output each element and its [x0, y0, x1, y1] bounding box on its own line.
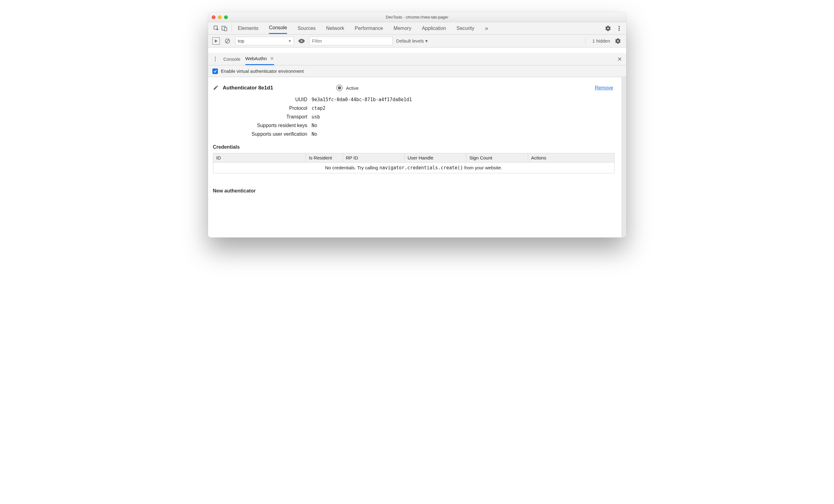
drawer-menu-icon[interactable]: [212, 57, 219, 61]
col-sign-count: Sign Count: [466, 153, 528, 163]
authenticator-header: Authenticator 8e1d1 Active Remove: [213, 85, 621, 91]
window-title: DevTools - chrome://new-tab-page/: [208, 15, 626, 19]
new-authenticator-title: New authenticator: [213, 188, 621, 194]
col-actions: Actions: [528, 153, 614, 163]
console-empty-area: [208, 47, 626, 53]
console-filter-input[interactable]: [309, 37, 393, 45]
panel-tabs: Elements Console Sources Network Perform…: [238, 22, 488, 34]
tab-security[interactable]: Security: [457, 23, 475, 33]
active-radio-group: Active: [336, 85, 359, 91]
clear-console-icon[interactable]: [223, 37, 232, 45]
empty-code: navigator.credentials.create(): [379, 165, 463, 170]
col-rp-id: RP ID: [343, 153, 404, 163]
srk-value: No: [312, 123, 317, 128]
col-is-resident: Is Resident: [306, 153, 343, 163]
credentials-table: ID Is Resident RP ID User Handle Sign Co…: [213, 153, 615, 173]
svg-line-7: [226, 40, 229, 43]
drawer-tab-console[interactable]: Console: [223, 54, 240, 65]
kebab-menu-icon[interactable]: [615, 24, 623, 32]
hidden-messages-label[interactable]: 1 hidden: [592, 38, 610, 44]
console-toolbar: top ▾ Default levels ▾ 1 hidden: [208, 35, 626, 47]
chevron-down-icon: ▾: [425, 38, 428, 44]
uuid-value: 9e3a15fc-0da0-44bc-871b-a4f17da8e1d1: [312, 97, 412, 102]
tab-performance[interactable]: Performance: [355, 23, 383, 33]
drawer-close-icon[interactable]: ✕: [617, 56, 622, 63]
devtools-window: DevTools - chrome://new-tab-page/ Elemen…: [208, 12, 626, 237]
credentials-empty-row: No credentials. Try calling navigator.cr…: [213, 163, 614, 173]
separator: [585, 38, 586, 44]
context-selector[interactable]: top ▾: [235, 37, 294, 45]
tab-network[interactable]: Network: [326, 23, 345, 33]
edit-name-icon[interactable]: [213, 85, 219, 91]
device-toolbar-icon[interactable]: [220, 24, 228, 32]
tab-more[interactable]: »: [485, 22, 488, 34]
drawer-tab-webauthn-label: WebAuthn: [245, 56, 267, 61]
toolbar-right: [604, 24, 623, 32]
webauthn-body: Authenticator 8e1d1 Active Remove UUID9e…: [208, 77, 626, 237]
separator: [232, 25, 232, 32]
tab-memory[interactable]: Memory: [394, 23, 412, 33]
enable-virtual-auth-label: Enable virtual authenticator environment: [221, 68, 304, 74]
transport-label: Transport: [213, 114, 312, 120]
tab-sources[interactable]: Sources: [298, 23, 316, 33]
inspect-icon[interactable]: [212, 24, 220, 32]
svg-rect-2: [224, 27, 227, 31]
chevron-down-icon: ▾: [289, 38, 291, 44]
uuid-label: UUID: [213, 97, 312, 102]
settings-gear-icon[interactable]: [604, 24, 612, 32]
enable-virtual-auth-checkbox[interactable]: [212, 68, 218, 74]
transport-value: usb: [312, 114, 320, 120]
close-tab-icon[interactable]: ✕: [270, 56, 274, 61]
svg-point-3: [618, 26, 619, 27]
main-toolbar: Elements Console Sources Network Perform…: [208, 22, 626, 35]
enable-virtual-auth-row: Enable virtual authenticator environment: [208, 65, 626, 77]
col-user-handle: User Handle: [404, 153, 466, 163]
context-selector-value: top: [238, 38, 244, 44]
svg-point-5: [618, 30, 619, 30]
active-label: Active: [346, 86, 359, 91]
col-id: ID: [213, 153, 306, 163]
suv-label: Supports user verification: [213, 131, 312, 137]
active-radio[interactable]: [336, 85, 343, 91]
protocol-value: ctap2: [312, 106, 326, 111]
svg-point-8: [301, 40, 302, 42]
execution-context-icon[interactable]: [212, 37, 220, 45]
titlebar: DevTools - chrome://new-tab-page/: [208, 12, 626, 22]
drawer-tab-webauthn[interactable]: WebAuthn ✕: [245, 53, 274, 65]
protocol-label: Protocol: [213, 106, 312, 111]
console-settings-gear-icon[interactable]: [614, 37, 622, 45]
empty-suffix: from your website.: [463, 165, 502, 170]
empty-prefix: No credentials. Try calling: [325, 165, 379, 170]
tab-console[interactable]: Console: [269, 23, 287, 34]
remove-authenticator-link[interactable]: Remove: [595, 85, 613, 91]
svg-point-4: [618, 28, 619, 29]
authenticator-title: Authenticator 8e1d1: [223, 85, 273, 91]
tab-application[interactable]: Application: [422, 23, 446, 33]
live-expression-icon[interactable]: [298, 37, 306, 45]
authenticator-properties: UUID9e3a15fc-0da0-44bc-871b-a4f17da8e1d1…: [213, 97, 621, 137]
drawer-tabbar: Console WebAuthn ✕ ✕: [208, 53, 626, 65]
tab-elements[interactable]: Elements: [238, 23, 259, 33]
log-levels-label: Default levels: [396, 38, 424, 44]
srk-label: Supports resident keys: [213, 123, 312, 128]
suv-value: No: [312, 131, 317, 137]
log-levels-selector[interactable]: Default levels ▾: [396, 38, 428, 44]
credentials-title: Credentials: [213, 144, 621, 150]
